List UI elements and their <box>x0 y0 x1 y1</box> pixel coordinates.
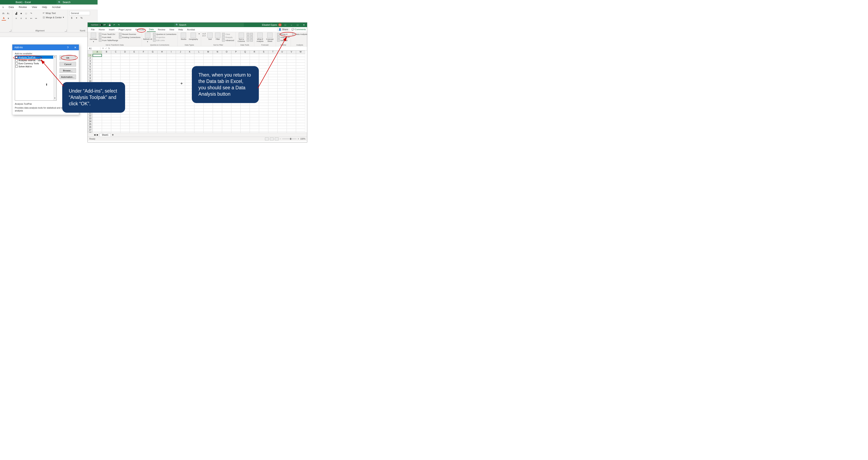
row-header[interactable]: 4 <box>88 63 93 65</box>
cell[interactable] <box>93 129 102 132</box>
cell[interactable] <box>222 63 231 65</box>
cell[interactable] <box>130 97 139 100</box>
cell[interactable] <box>130 74 139 77</box>
cell[interactable] <box>278 54 287 57</box>
cell[interactable] <box>148 117 157 120</box>
cell[interactable] <box>93 114 102 117</box>
cell[interactable] <box>166 60 176 63</box>
cell[interactable] <box>259 108 268 111</box>
column-header[interactable]: T <box>268 51 278 54</box>
cell[interactable] <box>287 117 296 120</box>
row-header[interactable]: 27 <box>88 129 93 132</box>
font-increase-button[interactable]: A↑ <box>2 11 6 15</box>
cell[interactable] <box>194 117 204 120</box>
orientation-button[interactable]: ↷ <box>29 11 33 15</box>
cell[interactable] <box>157 114 166 117</box>
select-all-corner[interactable] <box>88 51 93 54</box>
cell[interactable] <box>157 132 166 133</box>
cell[interactable] <box>213 123 222 126</box>
cell[interactable] <box>194 60 204 63</box>
cell[interactable] <box>166 54 176 57</box>
cell[interactable] <box>268 100 278 103</box>
cell[interactable] <box>148 132 157 133</box>
cell[interactable] <box>130 63 139 65</box>
cell[interactable] <box>259 74 268 77</box>
cell[interactable] <box>194 108 204 111</box>
cell[interactable] <box>241 114 250 117</box>
cell[interactable] <box>166 94 176 97</box>
existing-connections-button[interactable]: Existing Connections <box>119 36 141 39</box>
cell[interactable] <box>204 123 213 126</box>
cell[interactable] <box>259 54 268 57</box>
cell[interactable] <box>268 60 278 63</box>
cell[interactable] <box>268 103 278 106</box>
cell[interactable] <box>130 57 139 60</box>
cell[interactable] <box>102 57 111 60</box>
cell[interactable] <box>231 120 241 123</box>
cell[interactable] <box>287 132 296 133</box>
cell[interactable] <box>287 60 296 63</box>
cell[interactable] <box>268 117 278 120</box>
cell[interactable] <box>130 60 139 63</box>
cell[interactable] <box>194 132 204 133</box>
cell[interactable] <box>259 132 268 133</box>
cell[interactable] <box>148 123 157 126</box>
cell[interactable] <box>296 114 305 117</box>
cell[interactable] <box>204 126 213 129</box>
tab-help[interactable]: Help <box>176 28 185 32</box>
cell[interactable] <box>111 123 120 126</box>
cell[interactable] <box>213 126 222 129</box>
cell[interactable] <box>130 108 139 111</box>
cell[interactable] <box>259 111 268 114</box>
cell[interactable] <box>268 94 278 97</box>
cell[interactable] <box>213 132 222 133</box>
cell[interactable] <box>166 86 176 89</box>
cell[interactable] <box>268 68 278 71</box>
consolidate-button[interactable] <box>250 33 253 36</box>
cell[interactable] <box>111 74 120 77</box>
cell[interactable] <box>176 68 185 71</box>
cell[interactable] <box>231 63 241 65</box>
cell[interactable] <box>296 120 305 123</box>
cell[interactable] <box>139 94 148 97</box>
cell[interactable] <box>157 108 166 111</box>
cell[interactable] <box>241 132 250 133</box>
cell[interactable] <box>176 60 185 63</box>
group-button[interactable]: Group ▾ <box>277 33 289 36</box>
cell[interactable] <box>268 54 278 57</box>
cell[interactable] <box>157 117 166 120</box>
cell[interactable] <box>241 120 250 123</box>
cell[interactable] <box>185 120 194 123</box>
font-decrease-button[interactable]: A↓ <box>6 11 11 15</box>
cell[interactable] <box>93 54 102 57</box>
column-header[interactable]: C <box>111 51 120 54</box>
cell[interactable] <box>287 74 296 77</box>
page-break-button[interactable] <box>275 137 279 140</box>
cell[interactable] <box>231 106 241 108</box>
scroll-down-icon[interactable]: ▼ <box>53 97 57 100</box>
cell[interactable] <box>139 111 148 114</box>
cell[interactable] <box>278 68 287 71</box>
cell[interactable] <box>194 54 204 57</box>
cell[interactable] <box>120 68 130 71</box>
cell[interactable] <box>204 132 213 133</box>
cell[interactable] <box>176 94 185 97</box>
tab-view[interactable]: View <box>29 6 40 9</box>
cell[interactable] <box>213 114 222 117</box>
cell[interactable] <box>296 108 305 111</box>
cell[interactable] <box>278 117 287 120</box>
cell[interactable] <box>166 91 176 94</box>
cell[interactable] <box>278 103 287 106</box>
cell[interactable] <box>176 89 185 91</box>
indent-dec-button[interactable]: ↤ <box>29 16 33 21</box>
cell[interactable] <box>139 63 148 65</box>
cell[interactable] <box>93 126 102 129</box>
cell[interactable] <box>296 126 305 129</box>
tab-acrobat[interactable]: Acrobat <box>185 28 197 32</box>
cell[interactable] <box>130 120 139 123</box>
cell[interactable] <box>166 123 176 126</box>
cell[interactable] <box>102 54 111 57</box>
cell[interactable] <box>287 65 296 68</box>
cell[interactable] <box>111 114 120 117</box>
cell[interactable] <box>259 94 268 97</box>
